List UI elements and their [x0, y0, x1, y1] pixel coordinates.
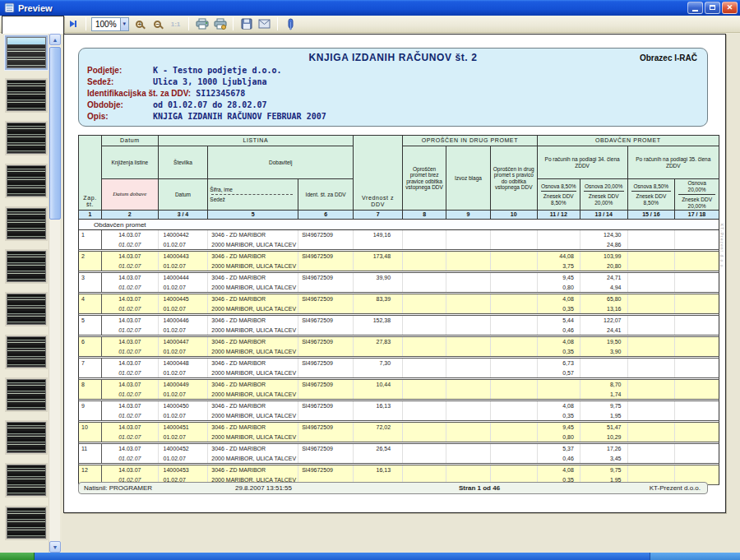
page-thumbnail[interactable]	[7, 507, 46, 539]
minimize-button[interactable]	[687, 2, 703, 14]
cell-osnova-20: 9,75	[580, 465, 627, 475]
cell-osnova-85: 9,45	[537, 423, 580, 433]
thumbnail-scrollbar[interactable]: ▲ ▼	[49, 34, 60, 553]
cell-oproscen-pravica	[490, 252, 537, 261]
col-number: 2	[102, 211, 159, 220]
zoom-out-button[interactable]: −	[150, 16, 165, 31]
cell-sedez: 2000 MARIBOR, ULICA TALCEV 9 -	[208, 326, 298, 336]
cell-osnova-20: 65,80	[580, 294, 627, 304]
page-thumbnail[interactable]	[7, 422, 46, 453]
cell-sedez: 2000 MARIBOR, ULICA TALCEV 9 -	[208, 433, 298, 442]
cell-osnova-85	[537, 380, 580, 390]
page-thumbnail[interactable]	[7, 37, 46, 68]
cell-oproscen-pravica	[490, 359, 537, 368]
col-number: 9	[446, 211, 491, 220]
one-to-one-icon: 1:1	[171, 21, 181, 28]
table-row-top: 214.03.07140004433046 - ZD MARIBORSI4967…	[79, 252, 719, 261]
cell-empty	[403, 347, 446, 357]
page-thumbnail[interactable]	[7, 251, 46, 282]
chevron-down-icon[interactable]: ▼	[120, 18, 128, 30]
cell-osnova-85-35	[627, 316, 675, 326]
header-ident: Ident. št. za DDV	[298, 179, 354, 211]
cell-dobavitelj: 3046 - ZD MARIBOR	[208, 337, 298, 347]
page-thumbnail[interactable]	[7, 80, 46, 111]
scrollbar-thumb[interactable]	[49, 47, 61, 220]
cell-osnova-20-35	[675, 230, 719, 240]
cell-empty	[403, 390, 446, 400]
cell-osnova-20: 124,30	[580, 230, 627, 240]
page-thumbnail[interactable]	[7, 336, 46, 368]
cell-znesek-85: 0,35	[537, 304, 580, 314]
header-zap-st: Zap. št.	[79, 136, 102, 211]
cell-empty	[354, 283, 403, 293]
cell-zap-st: 2	[79, 252, 102, 261]
cell-zap-st	[79, 433, 102, 442]
header-rate-cell: Osnova 8,50%Znesek DDV 8,50%	[627, 179, 675, 211]
page-thumbnail[interactable]	[7, 123, 46, 154]
print-button[interactable]	[194, 16, 210, 31]
cell-stevilka: 14000446	[158, 316, 208, 326]
print-icon	[196, 18, 209, 30]
cell-zap-st: 5	[79, 316, 102, 326]
table-row-top: 914.03.07140004503046 - ZD MARIBORSI4967…	[79, 401, 719, 411]
zoom-selector-value: 100%	[92, 20, 120, 29]
document-area[interactable]: KNJIGA IZDANIH RAČUNOV št. 2 Obrazec I-R…	[62, 34, 740, 553]
title-bar[interactable]: Preview ✕	[0, 0, 740, 16]
cell-znesek-20: 13,16	[580, 304, 627, 314]
export-button[interactable]	[257, 16, 272, 31]
report-page: KNJIGA IZDANIH RAČUNOV št. 2 Obrazec I-R…	[63, 34, 726, 513]
zoom-selector[interactable]: 100% ▼	[91, 17, 129, 31]
taskbar-middle[interactable]	[35, 553, 650, 560]
page-thumbnail[interactable]	[7, 465, 46, 496]
cell-oproscen	[403, 316, 446, 326]
table-row-bottom: 01.02.0701.02.072000 MARIBOR, ULICA TALC…	[79, 240, 719, 250]
page-thumbnail[interactable]	[7, 294, 46, 325]
last-page-button[interactable]	[65, 16, 81, 31]
cell-sedez: 2000 MARIBOR, ULICA TALCEV 9 -	[208, 283, 298, 293]
actual-size-button[interactable]: 1:1	[168, 16, 183, 31]
start-button-edge[interactable]	[0, 553, 35, 560]
page-thumbnail[interactable]	[7, 379, 46, 410]
cell-osnova-20-35	[675, 337, 719, 347]
cell-empty	[490, 240, 537, 250]
cell-empty	[490, 454, 537, 464]
zoom-in-icon: +	[136, 21, 143, 28]
save-button[interactable]	[238, 16, 254, 31]
cell-osnova-20-35	[675, 359, 719, 368]
info-row: Podjetje:K - Testno podjetje d.o.o.	[87, 63, 699, 75]
cell-stevilka: 14000448	[158, 359, 208, 368]
cell-osnova-85-35	[627, 252, 675, 261]
cell-znesek-20: 3,45	[580, 454, 627, 464]
cell-ident-st: SI49672509	[298, 423, 354, 433]
cell-datum-listine: 01.02.07	[158, 433, 208, 442]
restore-button[interactable]	[705, 2, 720, 14]
report-table: Zap. št. Datum LISTINA Vrednost z DDV OP…	[78, 135, 719, 485]
cell-znesek-20-35	[675, 347, 719, 357]
taskbar[interactable]	[0, 553, 740, 560]
print-setup-button[interactable]	[212, 16, 228, 31]
cell-zap-st: 8	[79, 380, 102, 390]
page-thumbnail[interactable]	[7, 208, 46, 239]
header-g35: Po računih na podlagi 35. člena ZDDV	[627, 146, 719, 179]
col-number: 5	[208, 211, 298, 220]
cell-ident-st: SI49672509	[298, 337, 354, 347]
cell-datum-dobave: 01.02.07	[102, 261, 159, 271]
cell-vrednost: 10,44	[354, 380, 403, 390]
cell-empty	[354, 390, 403, 400]
cell-empty	[446, 411, 491, 421]
column-number-row: 1 2 3 / 4 5 6 7 8 9 10 11 / 12 13 / 14 1…	[79, 211, 719, 220]
close-button[interactable]: ✕	[722, 2, 738, 14]
page-thumbnail[interactable]	[7, 165, 46, 197]
cell-znesek-85: 3,75	[537, 261, 580, 271]
system-tray[interactable]	[650, 553, 740, 560]
cell-oproscen-pravica	[490, 444, 537, 454]
cell-zap-st: 6	[79, 337, 102, 347]
cell-znesek-85-35	[627, 390, 675, 400]
cell-oproscen	[403, 423, 446, 433]
cell-znesek-85: 0,46	[537, 326, 580, 336]
attachment-button[interactable]	[283, 16, 298, 31]
zoom-in-button[interactable]: +	[132, 16, 147, 31]
scroll-down-icon[interactable]: ▼	[49, 541, 61, 553]
cell-zap-st: 7	[79, 359, 102, 368]
scroll-up-icon[interactable]: ▲	[49, 34, 61, 45]
